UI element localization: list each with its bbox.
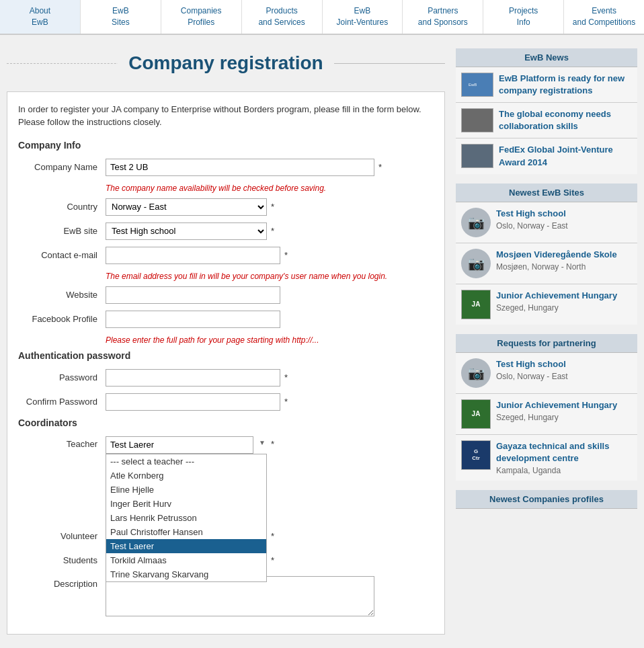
sidebar: EwB News EwB EwB Platform is ready for n… — [456, 48, 637, 643]
site-item-1: 📷 Test High school Oslo, Norway - East — [456, 202, 637, 243]
ewb-site-label: EwB site — [18, 226, 106, 236]
partner-item-1: 📷 Test High school Oslo, Norway - East — [456, 353, 637, 394]
site-1-name[interactable]: Test High school — [496, 208, 568, 220]
contact-email-input[interactable] — [106, 247, 280, 264]
page-title: Company registration — [118, 52, 333, 74]
svg-rect-2 — [465, 111, 489, 130]
company-name-hint-row: The company name availability will be ch… — [106, 183, 434, 193]
email-hint-row: The email address you fill in will be yo… — [106, 271, 434, 281]
news-2-thumb — [461, 108, 493, 132]
company-name-input[interactable] — [106, 159, 374, 176]
password-required: * — [284, 372, 288, 382]
students-label: Students — [18, 555, 106, 565]
nav-projects-info[interactable]: Projects Info — [483, 0, 564, 34]
teacher-option-trine[interactable]: Trine Skarvang Skarvang — [106, 567, 266, 581]
ewb-site-row: EwB site Test High school * — [18, 222, 434, 240]
facebook-row: Facebook Profile — [18, 311, 434, 328]
partner-3-name[interactable]: Gayaza technical and skills development … — [496, 440, 632, 464]
description-textarea[interactable] — [106, 576, 374, 616]
site-item-2: 📷 Mosjøen Videregående Skole Mosjøen, No… — [456, 243, 637, 284]
ewb-news-section: EwB News EwB EwB Platform is ready for n… — [456, 48, 637, 174]
facebook-hint-row: Please enter the full path for your page… — [106, 335, 434, 345]
site-1-text: Test High school Oslo, Norway - East — [496, 208, 568, 231]
volunteer-required: * — [271, 531, 274, 541]
nav-ewb-sites[interactable]: EwB Sites — [81, 0, 161, 34]
site-3-text: Junior Achievement Hungary Szeged, Hunga… — [496, 290, 617, 313]
description-label: Description — [18, 576, 106, 589]
news-3-thumb — [461, 144, 493, 168]
teacher-option-atle[interactable]: Atle Kornberg — [106, 469, 266, 483]
news-1-thumb: EwB — [461, 73, 493, 97]
website-row: Website — [18, 286, 434, 304]
partnering-section: Requests for partnering 📷 Test High scho… — [456, 334, 637, 481]
nav-ewb-joint-ventures[interactable]: EwB Joint-Ventures — [323, 0, 403, 34]
site-3-thumb: JA — [461, 290, 491, 319]
partner-2-name[interactable]: Junior Achievement Hungary — [496, 399, 617, 411]
country-row: Country Norway - East * — [18, 198, 434, 216]
password-row: Password * — [18, 369, 434, 387]
partner-item-3: GCtr Gayaza technical and skills develop… — [456, 435, 637, 481]
newest-ewb-sites-section: Newest EwB Sites 📷 Test High school Oslo… — [456, 184, 637, 325]
partner-3-thumb: GCtr — [461, 440, 491, 470]
news-2-title[interactable]: The global economy needs collaboration s… — [499, 108, 632, 132]
ewb-site-select[interactable]: Test High school — [106, 222, 267, 240]
news-3-text: FedEx Global Joint-Venture Award 2014 — [499, 144, 632, 168]
nav-companies-profiles[interactable]: Companies Profiles — [161, 0, 242, 34]
teacher-option-inger[interactable]: Inger Berit Hurv — [106, 497, 266, 511]
company-info-section: Company Info — [18, 140, 434, 151]
content-area: Company registration In order to registe… — [7, 48, 445, 643]
news-1-title[interactable]: EwB Platform is ready for new company re… — [499, 73, 632, 97]
site-3-name[interactable]: Junior Achievement Hungary — [496, 290, 617, 302]
newest-ewb-sites-title: Newest EwB Sites — [456, 184, 637, 202]
teacher-option-lars[interactable]: Lars Henrik Petrusson — [106, 511, 266, 525]
teacher-row: Teacher ▼ --- select a teacher --- Atle … — [18, 436, 434, 454]
contact-email-row: Contact e-mail * — [18, 247, 434, 264]
partner-2-text: Junior Achievement Hungary Szeged, Hunga… — [496, 399, 617, 422]
site-3-location: Szeged, Hungary — [496, 303, 617, 313]
nav-events-competitions[interactable]: Events and Competitions — [564, 0, 644, 34]
confirm-password-input[interactable] — [106, 393, 280, 411]
main-nav: About EwB EwB Sites Companies Profiles P… — [0, 0, 644, 35]
partner-item-2: JA Junior Achievement Hungary Szeged, Hu… — [456, 394, 637, 435]
facebook-hint: Please enter the full path for your page… — [106, 335, 319, 345]
facebook-input[interactable] — [106, 311, 280, 328]
country-required: * — [271, 202, 274, 212]
nav-partners-sponsors[interactable]: Partners and Sponsors — [403, 0, 483, 34]
news-3-title[interactable]: FedEx Global Joint-Venture Award 2014 — [499, 144, 632, 168]
site-2-name[interactable]: Mosjøen Videregående Skole — [496, 249, 617, 261]
teacher-option-test[interactable]: Test Laerer — [106, 539, 266, 553]
partnering-title: Requests for partnering — [456, 334, 637, 353]
teacher-option-select[interactable]: --- select a teacher --- — [106, 454, 266, 469]
email-hint: The email address you fill in will be yo… — [106, 272, 387, 281]
partner-2-thumb: JA — [461, 399, 491, 429]
country-select[interactable]: Norway - East — [106, 198, 267, 216]
svg-rect-3 — [465, 147, 489, 165]
website-label: Website — [18, 290, 106, 300]
website-input[interactable] — [106, 286, 280, 304]
teacher-dropdown-container: ▼ --- select a teacher --- Atle Kornberg… — [106, 436, 267, 454]
password-input[interactable] — [106, 369, 280, 387]
password-label: Password — [18, 372, 106, 382]
partner-1-name[interactable]: Test High school — [496, 358, 568, 370]
partner-1-text: Test High school Oslo, Norway - East — [496, 358, 568, 381]
company-name-row: Company Name * — [18, 159, 434, 176]
teacher-option-paul[interactable]: Paul Christoffer Hansen — [106, 525, 266, 539]
ewb-news-title: EwB News — [456, 48, 637, 67]
teacher-dropdown-arrow[interactable]: ▼ — [259, 439, 266, 446]
teacher-option-torkild[interactable]: Torkild Almaas — [106, 553, 266, 567]
contact-email-required: * — [284, 250, 288, 260]
site-1-location: Oslo, Norway - East — [496, 221, 568, 231]
teacher-selected-input[interactable] — [106, 436, 253, 454]
confirm-password-row: Confirm Password * — [18, 393, 434, 411]
teacher-label: Teacher — [18, 436, 106, 449]
company-name-required: * — [378, 162, 382, 172]
news-item-1: EwB EwB Platform is ready for new compan… — [456, 67, 637, 103]
confirm-password-required: * — [284, 397, 288, 407]
nav-products-services[interactable]: Products and Services — [242, 0, 323, 34]
news-item-2: The global economy needs collaboration s… — [456, 103, 637, 138]
teacher-option-eline[interactable]: Eline Hjelle — [106, 483, 266, 497]
site-1-thumb: 📷 — [461, 208, 491, 237]
company-name-hint: The company name availability will be ch… — [106, 184, 326, 193]
nav-about-ewb[interactable]: About EwB — [0, 0, 81, 34]
students-required: * — [271, 555, 274, 565]
